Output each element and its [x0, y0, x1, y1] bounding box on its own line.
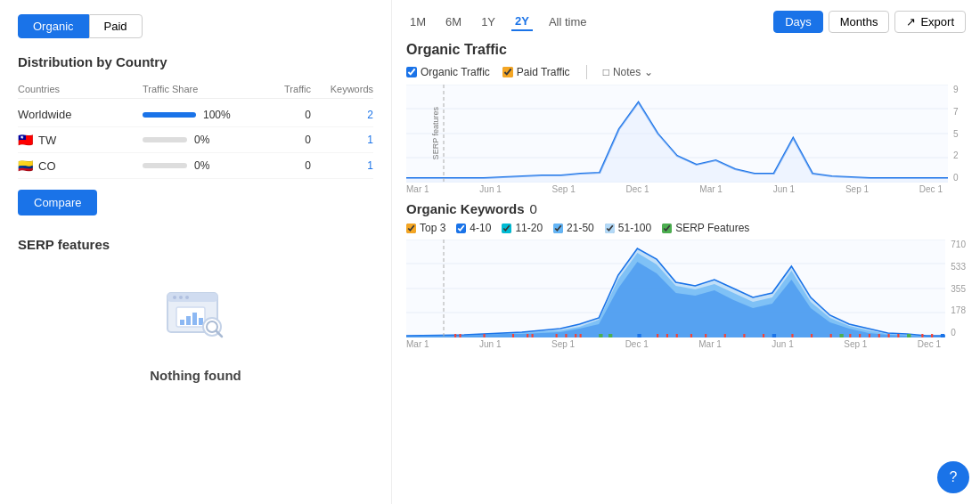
country-worldwide: Worldwide	[18, 108, 143, 121]
checkbox-organic[interactable]	[406, 67, 417, 77]
tab-group: Organic Paid	[18, 14, 373, 38]
x-dec1-b: Dec 1	[919, 184, 943, 194]
svg-rect-61	[887, 334, 889, 337]
traffic-chart-area: SERP features	[406, 85, 948, 183]
time-6m[interactable]: 6M	[442, 13, 465, 30]
kw-worldwide[interactable]: 2	[311, 109, 373, 121]
svg-rect-64	[921, 334, 923, 337]
kw-legend-51-100[interactable]: 51-100	[605, 222, 651, 234]
right-panel: 1M 6M 1Y 2Y All time Days Months ↗ Expor…	[392, 0, 980, 504]
cb-4-10[interactable]	[456, 224, 466, 233]
time-all[interactable]: All time	[545, 13, 591, 30]
svg-rect-36	[532, 334, 534, 337]
svg-rect-37	[556, 334, 558, 337]
cb-51-100[interactable]	[605, 224, 615, 233]
svg-rect-33	[483, 334, 485, 337]
traffic-y-axis: 9 7 5 2 0	[948, 85, 966, 183]
kwy-533: 533	[951, 262, 966, 272]
checkbox-paid[interactable]	[502, 67, 513, 77]
kw-legend-11-20[interactable]: 11-20	[502, 222, 543, 234]
legend-paid-label: Paid Traffic	[517, 66, 570, 78]
chat-icon: ?	[950, 469, 958, 485]
kw-label-serp: SERP Features	[675, 222, 749, 234]
x-jun1-a: Jun 1	[479, 184, 501, 194]
traffic-worldwide: 0	[257, 109, 311, 121]
traffic-co: 0	[257, 159, 311, 172]
chat-button[interactable]: ?	[937, 461, 969, 493]
legend-organic[interactable]: Organic Traffic	[406, 66, 490, 78]
tab-organic[interactable]: Organic	[18, 14, 89, 38]
svg-rect-34	[512, 334, 514, 337]
keywords-legend: Top 3 4-10 11-20 21-50 51-100	[406, 222, 966, 234]
serp-title: SERP features	[18, 237, 373, 252]
serp-section: SERP features	[18, 237, 373, 401]
kx-dec1-a: Dec 1	[625, 339, 649, 349]
y-0: 0	[953, 173, 966, 183]
legend-divider	[586, 65, 587, 79]
view-controls: Days Months ↗ Export	[773, 11, 966, 33]
svg-rect-40	[580, 334, 582, 337]
svg-rect-47	[690, 334, 692, 337]
time-1y[interactable]: 1Y	[478, 13, 499, 30]
view-days[interactable]: Days	[773, 11, 823, 33]
flag-co: 🇨🇴	[18, 159, 33, 173]
col-traffic: Traffic	[257, 84, 311, 94]
tab-paid[interactable]: Paid	[89, 14, 143, 38]
kw-x-axis: Mar 1 Jun 1 Sep 1 Dec 1 Mar 1 Jun 1 Sep …	[406, 337, 966, 349]
svg-rect-6	[180, 320, 184, 325]
x-dec1-a: Dec 1	[625, 184, 649, 194]
cb-serp[interactable]	[662, 224, 672, 233]
kw-label-21-50: 21-50	[567, 222, 594, 234]
traffic-tw: 0	[257, 134, 311, 146]
organic-traffic-title: Organic Traffic	[406, 42, 966, 58]
keywords-count: 0	[530, 201, 537, 216]
country-tw: 🇹🇼 TW	[18, 133, 143, 147]
view-months[interactable]: Months	[829, 11, 890, 33]
time-filters: 1M 6M 1Y 2Y All time	[406, 12, 591, 31]
kx-sep1-a: Sep 1	[551, 339, 575, 349]
time-2y[interactable]: 2Y	[511, 12, 533, 31]
kx-jun1-b: Jun 1	[772, 339, 793, 349]
kw-legend-serp[interactable]: SERP Features	[662, 222, 749, 234]
kw-co[interactable]: 1	[311, 159, 373, 172]
organic-traffic-section: Organic Traffic Organic Traffic Paid Tra…	[406, 42, 966, 194]
svg-rect-38	[565, 334, 567, 337]
notes-button[interactable]: □ Notes ⌄	[603, 66, 654, 78]
export-button[interactable]: ↗ Export	[894, 11, 966, 33]
svg-rect-56	[839, 334, 843, 337]
kwy-0: 0	[951, 328, 966, 337]
cb-21-50[interactable]	[553, 224, 563, 233]
kw-chart-svg	[406, 240, 945, 337]
kw-legend-4-10[interactable]: 4-10	[456, 222, 491, 234]
cb-top3[interactable]	[406, 224, 416, 233]
svg-rect-55	[830, 334, 832, 337]
svg-rect-35	[527, 334, 528, 337]
x-mar1-a: Mar 1	[406, 184, 429, 194]
cb-11-20[interactable]	[502, 224, 511, 233]
kw-legend-21-50[interactable]: 21-50	[553, 222, 594, 234]
table-row: 🇨🇴 CO 0% 0 1	[18, 153, 373, 179]
x-sep1-a: Sep 1	[552, 184, 576, 194]
traffic-x-axis: Mar 1 Jun 1 Sep 1 Dec 1 Mar 1 Jun 1 Sep …	[406, 183, 966, 194]
country-co: 🇨🇴 CO	[18, 159, 143, 173]
legend-paid[interactable]: Paid Traffic	[502, 66, 570, 78]
svg-rect-9	[199, 318, 203, 325]
svg-rect-63	[907, 334, 911, 337]
compare-button[interactable]: Compare	[18, 190, 97, 215]
svg-rect-53	[791, 334, 793, 337]
traffic-chart-svg	[406, 85, 948, 183]
traffic-bar-worldwide: 100%	[143, 109, 257, 121]
left-panel: Organic Paid Distribution by Country Cou…	[0, 0, 392, 504]
bar-co	[143, 163, 187, 168]
y-5: 5	[953, 129, 966, 139]
traffic-chart-wrapper: SERP features	[406, 85, 966, 183]
svg-point-4	[185, 296, 189, 299]
time-1m[interactable]: 1M	[406, 13, 429, 30]
kw-tw[interactable]: 1	[311, 134, 373, 146]
svg-rect-43	[637, 334, 641, 337]
kx-mar1-b: Mar 1	[698, 339, 722, 349]
notes-icon: □	[603, 66, 609, 78]
svg-rect-31	[454, 334, 456, 337]
col-keywords: Keywords	[311, 84, 373, 94]
kw-legend-top3[interactable]: Top 3	[406, 222, 445, 234]
